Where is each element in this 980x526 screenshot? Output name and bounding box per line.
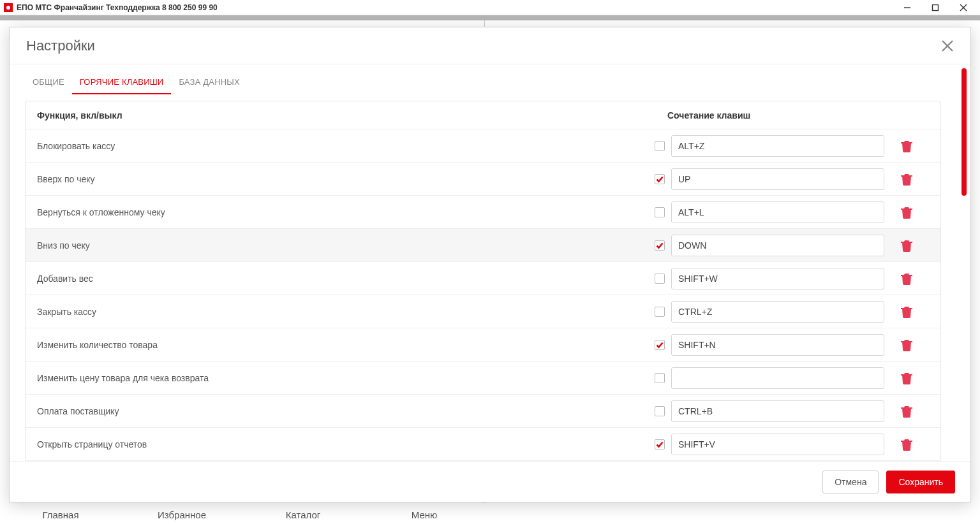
bottom-nav: Главная Избранное Каталог Меню bbox=[0, 503, 980, 526]
hotkey-label: Изменить цену товара для чека возврата bbox=[37, 373, 648, 383]
hotkey-label: Изменить количество товара bbox=[37, 340, 648, 350]
hotkey-delete-button[interactable] bbox=[884, 372, 929, 384]
hotkey-enable-checkbox[interactable] bbox=[648, 274, 671, 284]
panel-header: Функция, вкл/выкл Сочетание клавиш bbox=[26, 101, 940, 129]
column-combo-header: Сочетание клавиш bbox=[667, 110, 884, 121]
hotkey-label: Закрыть кассу bbox=[37, 307, 648, 317]
bottom-nav-item[interactable]: Каталог bbox=[242, 509, 364, 520]
hotkey-delete-button[interactable] bbox=[884, 239, 929, 252]
hotkey-label: Добавить вес bbox=[37, 274, 648, 284]
hotkey-row: Добавить вес bbox=[26, 262, 940, 295]
tab-2[interactable]: БАЗА ДАННЫХ bbox=[171, 73, 248, 94]
app-logo-icon bbox=[4, 3, 13, 12]
hotkey-row: Открыть страницу отчетов bbox=[26, 428, 940, 461]
cancel-button[interactable]: Отмена bbox=[822, 471, 879, 493]
hotkey-combo-input[interactable] bbox=[671, 135, 884, 157]
hotkey-row: Изменить количество товара bbox=[26, 328, 940, 362]
hotkey-label: Вернуться к отложенному чеку bbox=[37, 207, 648, 217]
hotkey-row: Вернуться к отложенному чеку bbox=[26, 196, 940, 229]
hotkey-combo-input[interactable] bbox=[671, 334, 884, 356]
window-close-button[interactable] bbox=[949, 0, 977, 15]
hotkey-combo-input[interactable] bbox=[671, 301, 884, 323]
window-minimize-button[interactable] bbox=[893, 0, 921, 15]
hotkey-enable-checkbox[interactable] bbox=[648, 439, 671, 449]
hotkey-combo-input[interactable] bbox=[671, 235, 884, 256]
save-button[interactable]: Сохранить bbox=[886, 471, 955, 493]
hotkey-label: Открыть страницу отчетов bbox=[37, 439, 648, 449]
modal-close-button[interactable] bbox=[939, 37, 956, 55]
settings-modal: Настройки ОБЩИЕГОРЯЧИЕ КЛАВИШИБАЗА ДАННЫ… bbox=[9, 27, 971, 502]
hotkey-row: Блокировать кассу bbox=[26, 129, 940, 163]
hotkey-delete-button[interactable] bbox=[884, 339, 929, 351]
hotkey-combo-input[interactable] bbox=[671, 367, 884, 389]
hotkey-enable-checkbox[interactable] bbox=[648, 174, 671, 184]
hotkey-label: Вниз по чеку bbox=[37, 240, 648, 251]
hotkey-enable-checkbox[interactable] bbox=[648, 141, 671, 151]
hotkey-label: Блокировать кассу bbox=[37, 141, 648, 151]
hotkey-row: Оплата поставщику bbox=[26, 395, 940, 428]
modal-footer: Отмена Сохранить bbox=[10, 461, 970, 502]
hotkey-enable-checkbox[interactable] bbox=[648, 240, 671, 251]
scrollbar-thumb[interactable] bbox=[961, 68, 967, 196]
hotkey-delete-button[interactable] bbox=[884, 206, 929, 219]
hotkey-delete-button[interactable] bbox=[884, 272, 929, 285]
hotkey-label: Оплата поставщику bbox=[37, 406, 648, 416]
hotkey-enable-checkbox[interactable] bbox=[648, 207, 671, 217]
hotkey-delete-button[interactable] bbox=[884, 140, 929, 152]
hotkey-delete-button[interactable] bbox=[884, 438, 929, 451]
tab-0[interactable]: ОБЩИЕ bbox=[25, 73, 72, 94]
hotkey-combo-input[interactable] bbox=[671, 168, 884, 190]
hotkey-delete-button[interactable] bbox=[884, 173, 929, 186]
modal-body: ОБЩИЕГОРЯЧИЕ КЛАВИШИБАЗА ДАННЫХ Функция,… bbox=[10, 64, 956, 461]
bottom-nav-item[interactable]: Главная bbox=[0, 509, 121, 520]
hotkey-row: Вверх по чеку bbox=[26, 163, 940, 196]
hotkey-enable-checkbox[interactable] bbox=[648, 340, 671, 350]
hotkey-row: Закрыть кассу bbox=[26, 295, 940, 328]
tab-1[interactable]: ГОРЯЧИЕ КЛАВИШИ bbox=[72, 73, 172, 94]
hotkey-delete-button[interactable] bbox=[884, 305, 929, 318]
column-function-header: Функция, вкл/выкл bbox=[37, 110, 644, 121]
hotkey-row: Вниз по чеку bbox=[26, 229, 940, 262]
titlebar: ЕПО МТС Франчайзинг Техподдержка 8 800 2… bbox=[0, 0, 980, 15]
hotkey-enable-checkbox[interactable] bbox=[648, 406, 671, 416]
app-title: ЕПО МТС Франчайзинг Техподдержка 8 800 2… bbox=[17, 3, 218, 12]
window-maximize-button[interactable] bbox=[921, 0, 949, 15]
modal-title: Настройки bbox=[26, 38, 95, 54]
hotkey-combo-input[interactable] bbox=[671, 268, 884, 289]
hotkey-enable-checkbox[interactable] bbox=[648, 373, 671, 383]
hotkey-row: Изменить цену товара для чека возврата bbox=[26, 362, 940, 395]
hotkey-delete-button[interactable] bbox=[884, 405, 929, 418]
bottom-nav-item[interactable]: Избранное bbox=[121, 509, 242, 520]
hotkey-label: Вверх по чеку bbox=[37, 174, 648, 184]
tabs: ОБЩИЕГОРЯЧИЕ КЛАВИШИБАЗА ДАННЫХ bbox=[10, 64, 956, 94]
scrollbar[interactable] bbox=[961, 68, 967, 457]
svg-rect-1 bbox=[933, 4, 939, 10]
hotkey-combo-input[interactable] bbox=[671, 201, 884, 223]
modal-header: Настройки bbox=[10, 27, 970, 64]
hotkey-combo-input[interactable] bbox=[671, 400, 884, 422]
bottom-nav-item[interactable]: Меню bbox=[364, 509, 485, 520]
hotkeys-panel: Функция, вкл/выкл Сочетание клавиш Блоки… bbox=[25, 101, 941, 461]
hotkey-combo-input[interactable] bbox=[671, 434, 884, 455]
hotkey-enable-checkbox[interactable] bbox=[648, 307, 671, 317]
